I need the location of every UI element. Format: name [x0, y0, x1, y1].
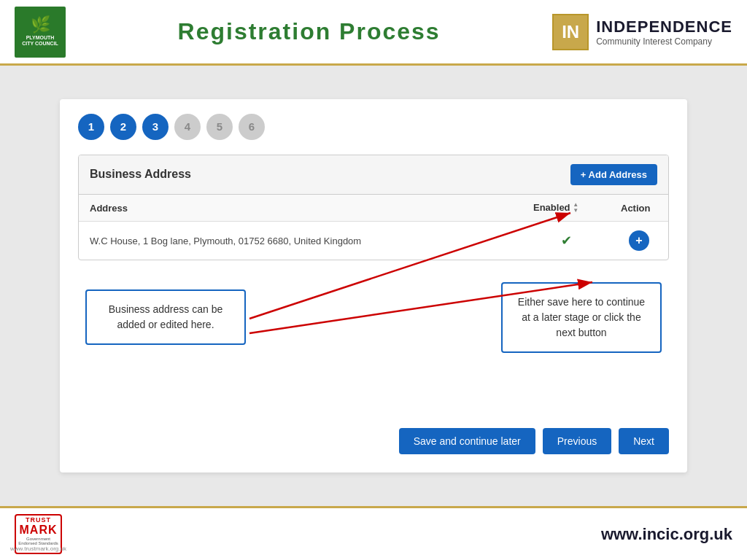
section-header: Business Address + Add Address	[79, 155, 668, 195]
page-header: 🌿 PLYMOUTH CITY COUNCIL Registration Pro…	[0, 0, 747, 66]
sort-arrows-enabled: ▲▼	[573, 202, 578, 214]
step-6[interactable]: 6	[239, 114, 265, 140]
step-1[interactable]: 1	[78, 114, 104, 140]
col-address: Address	[79, 195, 522, 222]
independence-text-block: INDEPENDENCE Community Interest Company	[596, 18, 732, 47]
enabled-cell: ✔	[522, 222, 610, 260]
add-address-button[interactable]: + Add Address	[570, 164, 657, 185]
trustmark-url-text: www.trustmark.org.uk	[10, 545, 66, 552]
step-2[interactable]: 2	[110, 114, 136, 140]
previous-button[interactable]: Previous	[543, 428, 611, 454]
step-indicators: 1 2 3 4 5 6	[78, 114, 669, 140]
plymouth-crest-icon: 🌿	[31, 17, 50, 33]
page-title: Registration Process	[66, 18, 552, 45]
business-address-section: Business Address + Add Address Address E…	[78, 155, 669, 261]
step-5[interactable]: 5	[206, 114, 233, 140]
col-enabled: Enabled ▲▼	[522, 195, 610, 222]
step-4[interactable]: 4	[174, 114, 201, 140]
trustmark-logo-group: TRUST MARK Government Endorsed Standards…	[15, 514, 62, 554]
right-callout-text: Either save here to continue at a later …	[518, 296, 645, 338]
content-card: 1 2 3 4 5 6 Business Address + Add Addre…	[60, 99, 687, 473]
in-logo-badge: IN	[552, 14, 589, 50]
plymouth-label: PLYMOUTH CITY COUNCIL	[22, 35, 58, 47]
next-button[interactable]: Next	[619, 428, 669, 454]
address-table: Address Enabled ▲▼ Action W.C House, 1 B…	[79, 195, 668, 260]
section-title: Business Address	[90, 168, 191, 181]
trustmark-trust-text: TRUST	[26, 516, 51, 524]
right-callout-box: Either save here to continue at a later …	[501, 282, 662, 353]
annotation-area: Business address can be added or edited …	[78, 275, 669, 413]
trustmark-badge: TRUST MARK Government Endorsed Standards…	[15, 514, 62, 554]
trustmark-mark-text: MARK	[20, 524, 58, 537]
col-action: Action	[610, 195, 668, 222]
table-row: W.C House, 1 Bog lane, Plymouth, 01752 6…	[79, 222, 668, 260]
independence-logo-group: IN INDEPENDENCE Community Interest Compa…	[552, 14, 732, 50]
main-content: 1 2 3 4 5 6 Business Address + Add Addre…	[0, 66, 747, 506]
enabled-checkmark-icon: ✔	[561, 233, 572, 248]
trustmark-gov-text: Government Endorsed Standards	[18, 537, 58, 545]
page-footer: TRUST MARK Government Endorsed Standards…	[0, 506, 747, 560]
left-callout-box: Business address can be added or edited …	[85, 289, 246, 345]
step-3[interactable]: 3	[142, 114, 169, 140]
action-cell: +	[610, 222, 668, 260]
save-continue-later-button[interactable]: Save and continue later	[399, 428, 535, 454]
plymouth-logo: 🌿 PLYMOUTH CITY COUNCIL	[15, 7, 66, 58]
address-cell: W.C House, 1 Bog lane, Plymouth, 01752 6…	[79, 222, 522, 260]
left-callout-text: Business address can be added or edited …	[109, 303, 222, 330]
independence-name: INDEPENDENCE	[596, 18, 732, 36]
footer-website: www.incic.org.uk	[601, 525, 732, 544]
independence-subtitle: Community Interest Company	[596, 36, 732, 47]
bottom-buttons: Save and continue later Previous Next	[78, 424, 669, 454]
row-action-button[interactable]: +	[629, 230, 649, 251]
